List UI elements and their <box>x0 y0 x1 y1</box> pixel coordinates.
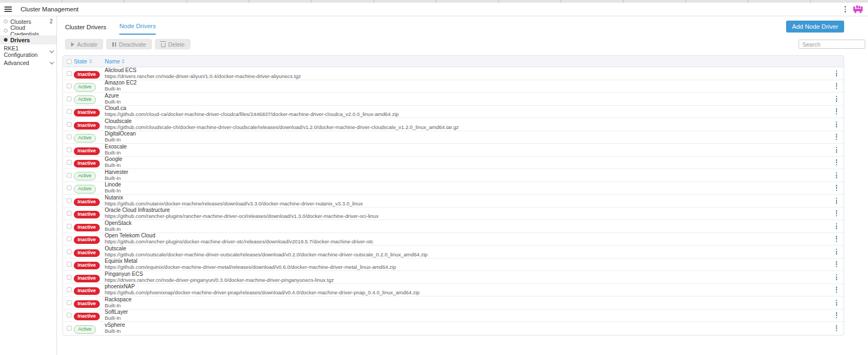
tab-node-drivers[interactable]: Node Drivers <box>119 23 156 35</box>
row-actions-menu-icon[interactable] <box>835 299 839 307</box>
driver-name: Cloudscale <box>105 119 829 125</box>
search-input[interactable] <box>799 40 865 49</box>
table-row: Inactive phoenixNAP https://github.com/p… <box>63 284 844 297</box>
row-actions-menu-icon[interactable] <box>835 82 839 90</box>
row-actions-menu-icon[interactable] <box>835 184 839 192</box>
sidebar-item-cloud-credentials[interactable]: Cloud Credentials <box>0 26 56 35</box>
row-actions-menu-icon[interactable] <box>835 146 839 154</box>
table-row: Active Amazon EC2 Built-In <box>63 80 844 93</box>
row-actions-menu-icon[interactable] <box>835 222 839 230</box>
driver-source: https://github.com/equinix/docker-machin… <box>105 264 829 270</box>
status-badge: Inactive <box>74 122 100 130</box>
row-checkbox[interactable] <box>67 313 72 318</box>
activate-button[interactable]: Activate <box>65 39 103 49</box>
status-badge: Active <box>74 185 96 193</box>
row-checkbox[interactable] <box>67 109 72 114</box>
row-checkbox[interactable] <box>67 287 72 292</box>
row-actions-menu-icon[interactable] <box>835 197 839 205</box>
sidebar-group-rke1-configuration[interactable]: RKE1 Configuration <box>0 47 56 56</box>
select-all-checkbox[interactable] <box>67 59 72 64</box>
add-node-driver-button[interactable]: Add Node Driver <box>786 21 844 33</box>
row-actions-menu-icon[interactable] <box>835 235 839 243</box>
status-badge: Inactive <box>74 300 100 308</box>
app-header: Cluster Management <box>0 3 868 16</box>
chevron-down-icon <box>50 48 54 53</box>
table-row: Inactive SoftLayer Built-In <box>63 309 844 322</box>
tab-cluster-drivers[interactable]: Cluster Drivers <box>65 24 106 35</box>
row-checkbox[interactable] <box>67 198 72 203</box>
name-column-label: Name <box>105 58 120 64</box>
deactivate-button-label: Deactivate <box>119 41 146 48</box>
table-row: Inactive Alicloud ECS https://drivers.ra… <box>63 67 844 80</box>
row-actions-menu-icon[interactable] <box>835 260 839 268</box>
row-checkbox[interactable] <box>67 185 72 190</box>
delete-button-label: Delete <box>168 41 184 48</box>
sidebar-item-drivers[interactable]: Drivers <box>0 35 56 44</box>
row-actions-menu-icon[interactable] <box>835 286 839 294</box>
row-actions-menu-icon[interactable] <box>835 209 839 217</box>
row-actions-menu-icon[interactable] <box>835 248 839 256</box>
driver-name: OpenStack <box>105 221 829 227</box>
main-content: Cluster Drivers Node Drivers Add Node Dr… <box>57 16 868 355</box>
cloud-credentials-icon <box>4 29 8 33</box>
row-checkbox[interactable] <box>67 326 72 331</box>
driver-source: Built-In <box>105 328 829 334</box>
pause-icon <box>112 42 116 47</box>
column-header-state[interactable]: State <box>74 58 105 64</box>
hamburger-menu-icon[interactable] <box>4 7 12 12</box>
row-actions-menu-icon[interactable] <box>835 311 839 319</box>
status-badge: Inactive <box>74 71 100 79</box>
row-checkbox[interactable] <box>67 160 72 165</box>
header-kebab-menu-icon[interactable] <box>844 5 847 14</box>
driver-source: Built-In <box>105 188 829 193</box>
row-checkbox[interactable] <box>67 173 72 178</box>
drivers-icon <box>4 38 8 42</box>
row-actions-menu-icon[interactable] <box>835 120 839 128</box>
table-row: Inactive Pinganyun ECS https://drivers.r… <box>63 271 844 284</box>
row-checkbox[interactable] <box>67 122 72 127</box>
sidebar-group-advanced[interactable]: Advanced <box>0 58 56 67</box>
row-checkbox[interactable] <box>67 147 72 152</box>
driver-source: https://github.com/outscale/docker-machi… <box>105 252 829 257</box>
row-checkbox[interactable] <box>67 300 72 305</box>
status-badge: Active <box>74 83 96 92</box>
driver-name: Outscale <box>105 246 829 252</box>
status-badge: Inactive <box>74 160 100 167</box>
row-checkbox[interactable] <box>67 71 72 76</box>
play-icon <box>71 42 74 47</box>
activate-button-label: Activate <box>77 41 97 48</box>
row-checkbox[interactable] <box>67 134 72 139</box>
row-checkbox[interactable] <box>67 249 72 254</box>
row-checkbox[interactable] <box>67 96 72 101</box>
deactivate-button[interactable]: Deactivate <box>106 39 152 49</box>
row-actions-menu-icon[interactable] <box>835 324 839 332</box>
row-actions-menu-icon[interactable] <box>835 273 839 281</box>
row-actions-menu-icon[interactable] <box>835 171 839 179</box>
row-checkbox[interactable] <box>67 83 72 88</box>
row-checkbox[interactable] <box>67 262 72 267</box>
driver-source: Built-In <box>105 315 829 321</box>
row-checkbox[interactable] <box>67 236 72 241</box>
row-actions-menu-icon[interactable] <box>835 158 839 166</box>
driver-name: Azure <box>105 93 829 99</box>
column-header-name[interactable]: Name <box>105 58 829 64</box>
table-row: Inactive Oracle Cloud Infrastructure htt… <box>63 208 844 221</box>
sort-icon <box>122 59 125 63</box>
row-actions-menu-icon[interactable] <box>835 95 839 103</box>
row-checkbox[interactable] <box>67 275 72 280</box>
driver-source: Built-In <box>105 163 829 168</box>
row-actions-menu-icon[interactable] <box>835 133 839 141</box>
row-actions-menu-icon[interactable] <box>835 69 839 78</box>
status-badge: Inactive <box>74 249 100 257</box>
row-checkbox[interactable] <box>67 211 72 216</box>
table-row: Inactive Cloud.ca https://github.com/clo… <box>63 106 844 119</box>
row-checkbox[interactable] <box>67 224 72 229</box>
delete-button[interactable]: Delete <box>155 39 190 49</box>
driver-source: https://github.com/phoenixnap/docker-mac… <box>105 290 829 295</box>
row-actions-menu-icon[interactable] <box>835 107 839 115</box>
driver-source: Built-In <box>105 150 829 156</box>
status-badge: Inactive <box>74 224 100 231</box>
drivers-table: State Name Inactive Alicloud ECS https:/… <box>62 55 844 335</box>
status-badge: Active <box>74 95 96 104</box>
table-row: Active vSphere Built-In <box>63 322 844 335</box>
